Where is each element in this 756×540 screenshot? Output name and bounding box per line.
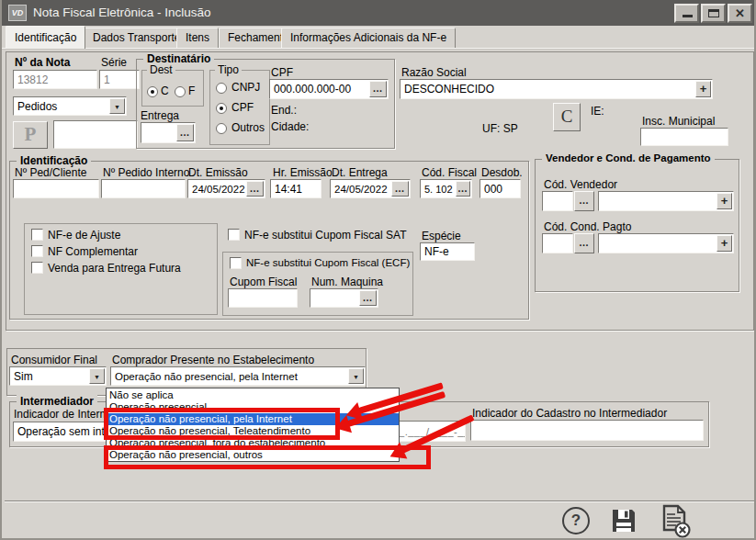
razao-social-label: Razão Social [401, 66, 467, 79]
dt-entrega-label: Dt. Entrega [332, 166, 388, 179]
dest-c-label: C [161, 84, 169, 97]
tab-dados-transporte[interactable]: Dados Transporte [84, 28, 189, 48]
serie-label: Série [101, 56, 127, 69]
ped-cliente-field[interactable] [13, 179, 99, 198]
consumidor-final-combobox[interactable]: Sim ▼ [9, 366, 107, 386]
dt-emissao-field[interactable]: 24/05/2022 … [187, 179, 265, 198]
insc-municipal-field[interactable] [640, 128, 728, 146]
p-button[interactable]: P [13, 121, 48, 149]
tab-itens[interactable]: Itens [176, 28, 219, 48]
comprador-presente-dropdown-arrow-icon[interactable]: ▼ [348, 368, 364, 384]
minimize-icon [683, 15, 693, 17]
cod-fiscal-field[interactable]: 5. 102 … [420, 179, 472, 198]
titlebar: VD Nota Fiscal Eletrônica - Inclusão ✕ [2, 0, 756, 26]
insc-municipal-label: Insc. Municipal [642, 115, 715, 128]
hr-emissao-field[interactable]: 14:41 [270, 179, 322, 198]
venda-entrega-futura-checkbox[interactable] [31, 262, 43, 274]
ecf-checkbox[interactable] [230, 257, 242, 269]
nota-numero-field[interactable]: 13812 [13, 70, 97, 89]
serie-field[interactable]: 1 [99, 70, 140, 89]
cancel-document-icon [658, 503, 691, 538]
indicador-cadastro-label: Indicador do Cadastro no Intermediador [472, 407, 667, 420]
desdob-field[interactable]: 000 [480, 179, 521, 198]
nf-complementar-checkbox[interactable] [31, 245, 43, 257]
cancel-button[interactable] [658, 503, 691, 538]
footer-divider [5, 501, 755, 502]
ped-cliente-label: Nº Ped/Cliente [15, 166, 86, 179]
minimize-button[interactable] [674, 4, 699, 23]
cupom-fiscal-field[interactable] [228, 288, 298, 308]
tipo-outros-radio[interactable] [216, 123, 227, 134]
cod-fiscal-browse-button[interactable]: … [456, 181, 470, 197]
comprador-presente-combobox[interactable]: Operação não presencial, pela Internet ▼ [110, 366, 366, 386]
entrega-field[interactable]: … [141, 122, 196, 143]
close-icon: ✕ [735, 6, 745, 20]
pedido-numero-field[interactable] [53, 120, 138, 149]
cod-vendedor-field[interactable] [542, 191, 573, 211]
dest-f-radio[interactable] [175, 86, 186, 97]
cpf-browse-button[interactable]: … [369, 81, 387, 97]
cod-cond-pagto-browse-button[interactable]: … [574, 233, 594, 253]
tab-informacoes-adicionais[interactable]: Informações Adicionais da NF-e [281, 28, 456, 48]
uf-label: UF: SP [482, 122, 518, 135]
save-icon [608, 505, 639, 536]
identificacao-title: Identificação [17, 154, 91, 167]
help-icon: ? [562, 507, 590, 534]
vendedor-title: Vendedor e Cond. de Pagamento [542, 152, 715, 163]
cod-vendedor-browse-button[interactable]: … [574, 191, 594, 211]
dropdown-item-nao-se-aplica[interactable]: Não se aplica [107, 389, 399, 401]
cpf-label: CPF [271, 66, 293, 79]
tab-panel-edge [2, 48, 756, 50]
endereco-label: End.: [271, 104, 297, 117]
save-button[interactable] [608, 505, 639, 536]
sat-checkbox[interactable] [228, 229, 240, 241]
nota-numero-label: Nº da Nota [15, 56, 70, 69]
ie-label: IE: [591, 105, 604, 118]
cond-pagto-add-button[interactable]: + [717, 235, 732, 252]
num-maquina-label: Num. Maquina [311, 276, 383, 288]
tipo-cpf-radio[interactable] [216, 103, 227, 114]
app-icon: VD [8, 5, 27, 21]
c-button[interactable]: C [553, 103, 581, 131]
window-title: Nota Fiscal Eletrônica - Inclusão [33, 0, 211, 26]
dt-entrega-calendar-button[interactable]: … [391, 181, 409, 197]
cupom-fiscal-label: Cupom Fiscal [230, 276, 297, 288]
ecf-label: NF-e substitui Cupom Fiscal (ECF) [246, 257, 410, 268]
entrega-label: Entrega [141, 109, 179, 122]
num-maquina-field[interactable]: … [310, 288, 378, 308]
nfe-window: VD Nota Fiscal Eletrônica - Inclusão ✕ I… [0, 0, 756, 540]
cod-cond-pagto-field[interactable] [542, 233, 573, 253]
num-maquina-browse-button[interactable]: … [359, 290, 377, 306]
vendedor-nome-field[interactable]: + [598, 191, 734, 211]
cpf-field[interactable]: 000.000.000-00 … [269, 79, 389, 99]
origem-dropdown-arrow-icon[interactable]: ▼ [109, 98, 125, 114]
tipo-label: Tipo [215, 63, 242, 76]
dt-emissao-label: Dt. Emissão [188, 166, 248, 179]
tab-identificacao[interactable]: Identificação [6, 26, 85, 49]
dt-entrega-field[interactable]: 24/05/2022 … [330, 179, 411, 198]
tipo-cnpj-radio[interactable] [216, 83, 227, 94]
hr-emissao-label: Hr. Emissão [273, 166, 333, 179]
razao-social-add-button[interactable]: + [695, 81, 711, 97]
cod-vendedor-label: Cód. Vendedor [544, 178, 617, 191]
pedido-interno-field[interactable] [101, 179, 186, 198]
indicador-cadastro-field[interactable] [470, 420, 704, 441]
vendedor-add-button[interactable]: + [717, 193, 732, 209]
razao-social-field[interactable]: DESCONHECIDO + [400, 79, 713, 99]
maximize-icon [708, 9, 719, 17]
especie-label: Espécie [422, 230, 461, 242]
nfe-ajuste-checkbox[interactable] [31, 229, 43, 241]
close-button[interactable]: ✕ [728, 4, 752, 23]
nf-complementar-label: NF Complementar [48, 245, 138, 258]
consumidor-final-dropdown-arrow-icon[interactable]: ▼ [89, 368, 105, 384]
entrega-browse-button[interactable]: … [176, 124, 194, 141]
help-button[interactable]: ? [562, 507, 590, 534]
especie-field[interactable]: NF-e [420, 242, 475, 261]
maximize-button[interactable] [701, 4, 726, 23]
tipo-outros-label: Outros [231, 121, 265, 134]
dest-label: Dest [147, 63, 175, 76]
origem-combobox[interactable]: Pedidos ▼ [13, 96, 127, 116]
dt-emissao-calendar-button[interactable]: … [246, 181, 264, 197]
dest-c-radio[interactable] [147, 86, 158, 97]
cond-pagto-nome-field[interactable]: + [598, 233, 734, 253]
